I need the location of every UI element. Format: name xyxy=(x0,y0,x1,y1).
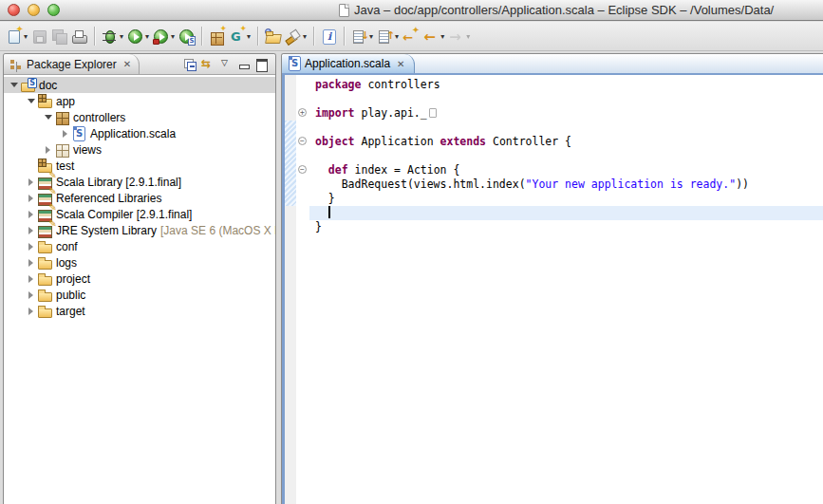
tree-item-label: Referenced Libraries xyxy=(56,192,161,205)
new-wizard-button[interactable]: ▾ xyxy=(4,25,29,48)
tree-item-project[interactable]: project xyxy=(4,271,275,287)
collapse-all-button[interactable] xyxy=(183,57,197,71)
link-with-editor-button[interactable] xyxy=(201,57,215,71)
code-line-8[interactable]: BadRequest(views.html.index("Your new ap… xyxy=(309,177,823,192)
collapse-fold-icon[interactable]: − xyxy=(298,137,307,145)
close-icon[interactable]: ✕ xyxy=(397,59,404,69)
previous-annotation-button[interactable]: ▾ xyxy=(375,25,401,48)
tree-item-logs[interactable]: logs xyxy=(4,254,275,271)
expander-collapsed-icon[interactable] xyxy=(25,308,37,315)
run-scala-application-button[interactable]: S xyxy=(177,25,196,48)
last-edit-location-button[interactable] xyxy=(401,25,421,48)
maximize-button[interactable] xyxy=(255,57,270,71)
close-window-button[interactable] xyxy=(8,4,20,16)
view-menu-button[interactable] xyxy=(219,57,234,71)
expander-expanded-icon[interactable] xyxy=(25,99,37,103)
info-icon xyxy=(321,28,337,45)
chevron-down-icon[interactable]: ▾ xyxy=(120,32,123,41)
expander-collapsed-icon[interactable] xyxy=(25,211,37,218)
package-explorer-tab[interactable]: Package Explorer ✕ xyxy=(4,54,140,74)
code-line-7[interactable]: def index = Action { xyxy=(309,163,823,177)
code-token: object xyxy=(315,135,355,148)
tree-item-label: doc xyxy=(39,79,57,92)
tree-item-referenced-libraries[interactable]: Referenced Libraries xyxy=(4,190,275,206)
code-line-1[interactable]: package controllers xyxy=(309,78,823,92)
tree-item-public[interactable]: public xyxy=(4,287,275,303)
close-icon[interactable]: ✕ xyxy=(123,59,131,69)
expander-collapsed-icon[interactable] xyxy=(42,146,54,154)
tree-item-doc[interactable]: doc xyxy=(4,77,275,93)
new-class-wizard-button[interactable]: ✦▾ xyxy=(227,25,253,48)
package-explorer-tree: docappcontrollersApplication.scalaviewst… xyxy=(4,75,275,504)
tree-item-controllers[interactable]: controllers xyxy=(4,109,275,125)
chevron-down-icon[interactable]: ▾ xyxy=(395,32,399,41)
code-line-9[interactable]: } xyxy=(309,192,823,206)
minimize-button[interactable] xyxy=(237,57,252,71)
back-button[interactable]: ▾ xyxy=(421,25,446,48)
toolbar-separator xyxy=(94,27,95,46)
expand-fold-icon[interactable]: + xyxy=(298,108,307,117)
expander-collapsed-icon[interactable] xyxy=(25,227,37,234)
minimize-window-button[interactable] xyxy=(28,4,40,16)
folding-ruler[interactable]: +−− xyxy=(296,75,309,504)
expander-collapsed-icon[interactable] xyxy=(25,195,37,202)
chevron-down-icon[interactable]: ▾ xyxy=(145,32,149,41)
expander-collapsed-icon[interactable] xyxy=(25,243,37,251)
tree-item-application-scala[interactable]: Application.scala xyxy=(4,125,275,141)
tree-item-test[interactable]: test xyxy=(4,158,275,174)
next-annotation-button[interactable]: ▾ xyxy=(349,25,375,48)
expander-expanded-icon[interactable] xyxy=(42,115,54,120)
code-line-4[interactable] xyxy=(309,121,823,135)
code-line-10[interactable] xyxy=(309,206,823,220)
chevron-down-icon[interactable]: ▾ xyxy=(466,32,470,41)
annotation-ruler[interactable] xyxy=(285,75,296,504)
folded-region-icon[interactable] xyxy=(429,108,437,118)
chevron-down-icon[interactable]: ▾ xyxy=(24,32,28,41)
zoom-window-button[interactable] xyxy=(47,4,60,16)
chevron-down-icon[interactable]: ▾ xyxy=(171,32,175,41)
code-token: Controller { xyxy=(486,135,571,148)
run-icon xyxy=(127,28,143,45)
tree-item-app[interactable]: app xyxy=(4,93,275,109)
code-line-6[interactable] xyxy=(309,149,823,163)
code-line-2[interactable] xyxy=(309,92,823,106)
tree-item-conf[interactable]: conf xyxy=(4,238,275,254)
chevron-down-icon[interactable]: ▾ xyxy=(369,32,373,41)
code-token xyxy=(315,163,328,177)
expander-expanded-icon[interactable] xyxy=(8,83,20,87)
info-button[interactable] xyxy=(319,25,339,48)
code-line-3[interactable]: import play.api._ xyxy=(309,106,823,121)
expander-collapsed-icon[interactable] xyxy=(25,275,37,283)
chevron-down-icon[interactable]: ▾ xyxy=(303,32,307,41)
editor-tab-application-scala[interactable]: Application.scala ✕ xyxy=(282,54,415,73)
expander-collapsed-icon[interactable] xyxy=(25,259,37,267)
tree-item-scala-library-2-9-1-final[interactable]: Scala Library [2.9.1.final] xyxy=(4,174,275,190)
chevron-down-icon[interactable]: ▾ xyxy=(247,32,251,41)
fwd-icon xyxy=(448,28,464,45)
title-bar: Java – doc/app/controllers/Application.s… xyxy=(0,0,823,21)
tree-item-target[interactable]: target xyxy=(4,303,275,319)
editor-tab-label: Application.scala xyxy=(305,57,390,70)
print-button[interactable] xyxy=(69,25,89,48)
text-caret xyxy=(328,206,330,218)
mark-occurrences-button[interactable]: ▾ xyxy=(283,25,309,48)
open-element-button[interactable] xyxy=(263,25,283,48)
chevron-down-icon[interactable]: ▾ xyxy=(440,32,444,41)
expander-collapsed-icon[interactable] xyxy=(25,291,37,299)
code-area[interactable]: package controllersimport play.api._obje… xyxy=(309,75,823,504)
collapse-fold-icon[interactable]: − xyxy=(298,165,307,174)
tree-item-scala-compiler-2-9-1-final[interactable]: Scala Compiler [2.9.1.final] xyxy=(4,206,275,222)
code-line-5[interactable]: object Application extends Controller { xyxy=(309,135,823,149)
run-history-button[interactable]: ▾ xyxy=(151,25,177,48)
tree-item-label: controllers xyxy=(73,111,125,124)
expander-collapsed-icon[interactable] xyxy=(59,130,71,138)
tree-item-views[interactable]: views xyxy=(4,141,275,158)
openfolder-icon xyxy=(265,28,281,45)
debug-button[interactable]: ▾ xyxy=(100,25,125,48)
code-line-11[interactable]: } xyxy=(309,220,823,234)
expander-collapsed-icon[interactable] xyxy=(25,178,37,186)
run-button[interactable]: ▾ xyxy=(125,25,151,48)
code-token: play.api._ xyxy=(355,106,427,120)
tree-item-jre-system-library[interactable]: JRE System Library[Java SE 6 (MacOS X De… xyxy=(4,222,275,238)
new-package-button[interactable]: ✦ xyxy=(207,25,227,48)
